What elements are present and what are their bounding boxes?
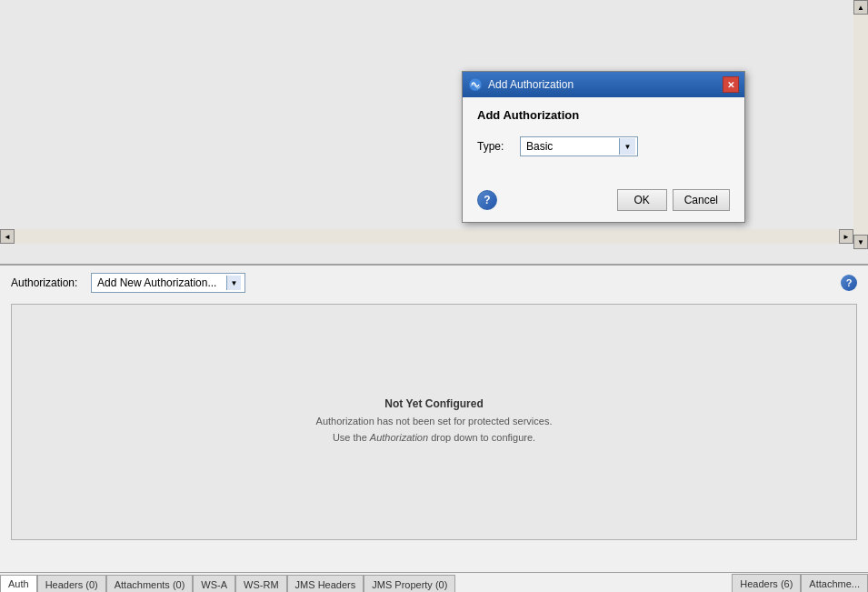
not-configured-italic: Authorization <box>370 432 428 443</box>
scroll-up-arrow[interactable]: ▲ <box>853 0 868 15</box>
tab-jms-headers[interactable]: JMS Headers <box>287 575 364 592</box>
tabs-left: Auth Headers (0) Attachments (0) WS-A WS… <box>0 573 455 592</box>
dialog-cancel-button[interactable]: Cancel <box>673 189 730 211</box>
dialog-title-left: Add Authorization <box>468 77 574 92</box>
auth-dropdown-value: Add New Authorization... <box>97 276 223 289</box>
dialog-field-row: Type: Basic ▼ <box>477 136 730 156</box>
tab-attachments[interactable]: Attachments (0) <box>106 575 194 592</box>
auth-help-icon[interactable]: ? <box>841 275 857 291</box>
not-configured-text: Authorization has not been set for prote… <box>316 414 553 446</box>
dialog-close-button[interactable]: ✕ <box>723 76 739 93</box>
dialog-type-value: Basic <box>523 140 556 153</box>
tab-headers-right[interactable]: Headers (6) <box>732 574 801 592</box>
tabs-right: Headers (6) Attachme... <box>732 572 868 592</box>
dropdown-arrow-icon: ▼ <box>226 276 241 290</box>
not-configured-line2-suffix: drop down to configure. <box>428 432 535 443</box>
soapui-icon <box>468 77 483 92</box>
scroll-track-h <box>15 229 839 244</box>
vertical-scrollbar[interactable]: ▲ ▼ <box>853 0 868 249</box>
dialog-titlebar: Add Authorization ✕ <box>463 72 744 97</box>
dialog-buttons: OK Cancel <box>617 189 730 211</box>
tab-attachments-right[interactable]: Attachme... <box>801 574 868 592</box>
main-background: ▲ ▼ ◄ ► Authorization: Add New Authoriza… <box>0 0 868 592</box>
auth-row: Authorization: Add New Authorization... … <box>0 266 868 300</box>
tab-headers[interactable]: Headers (0) <box>37 575 106 592</box>
not-configured-line1: Authorization has not been set for prote… <box>316 416 553 426</box>
dialog-body: Add Authorization Type: Basic ▼ <box>463 97 744 182</box>
auth-label: Authorization: <box>11 276 84 289</box>
dialog-type-select[interactable]: Basic ▼ <box>520 136 638 156</box>
not-configured-line2-prefix: Use the <box>333 432 370 443</box>
dialog-type-label: Type: <box>477 140 509 153</box>
scroll-track <box>853 15 868 235</box>
dialog-title-text: Add Authorization <box>488 78 574 91</box>
tab-jms-property[interactable]: JMS Property (0) <box>364 575 455 592</box>
dialog-footer: ? OK Cancel <box>463 182 744 222</box>
dialog-ok-button[interactable]: OK <box>617 189 667 211</box>
dialog-select-arrow-icon: ▼ <box>619 138 635 155</box>
dialog-heading: Add Authorization <box>477 108 730 122</box>
horizontal-scrollbar[interactable]: ◄ ► <box>0 229 853 244</box>
scroll-right-arrow[interactable]: ► <box>839 229 853 244</box>
add-authorization-dialog: Add Authorization ✕ Add Authorization Ty… <box>462 71 745 223</box>
tab-wsrm[interactable]: WS-RM <box>235 575 287 592</box>
scroll-down-arrow[interactable]: ▼ <box>853 235 868 249</box>
bottom-panel: Authorization: Add New Authorization... … <box>0 265 868 592</box>
not-configured-title: Not Yet Configured <box>384 397 483 410</box>
auth-dropdown[interactable]: Add New Authorization... ▼ <box>91 273 245 293</box>
dialog-help-icon[interactable]: ? <box>477 190 497 210</box>
auth-content-area: Not Yet Configured Authorization has not… <box>11 304 857 540</box>
tab-auth[interactable]: Auth <box>0 575 37 592</box>
tab-wsa[interactable]: WS-A <box>193 575 235 592</box>
scroll-left-arrow[interactable]: ◄ <box>0 229 15 244</box>
